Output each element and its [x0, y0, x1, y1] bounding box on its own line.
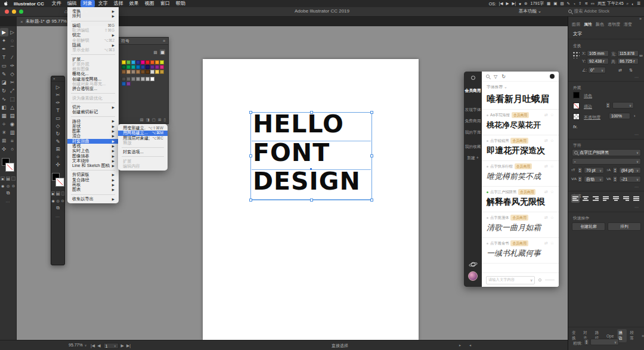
gradient-button[interactable]: ▤ [6, 176, 10, 181]
compare-icon[interactable]: ⇄ [544, 113, 548, 117]
font-preview[interactable]: 桃花净尽菜花开 [487, 120, 554, 131]
color-swatch[interactable] [141, 70, 145, 74]
close-tab-icon[interactable]: × [20, 19, 23, 24]
sidebar-item-0[interactable]: 会员商用 [465, 88, 481, 94]
panel-grid-icon[interactable]: ▦ [547, 1, 550, 6]
flip-vertical-icon[interactable]: ⇅ [629, 68, 633, 73]
next-artboard-icon[interactable]: ▶ [121, 343, 124, 348]
font-card-0[interactable]: 唯看新月吐蛾眉 [482, 94, 559, 110]
adobe-stock-search[interactable]: 搜索 Adobe Stock [568, 8, 609, 14]
compare-icon[interactable]: ⇄ [544, 215, 548, 220]
color-swatch[interactable] [122, 60, 126, 64]
prev-track-icon[interactable]: |◀ [499, 1, 503, 6]
grid-view-icon[interactable]: ▦ [160, 49, 165, 55]
wifi-icon[interactable]: ≋ [584, 1, 587, 6]
color-swatch[interactable] [122, 65, 126, 69]
panel-menu-icon[interactable]: ≡ [163, 39, 165, 43]
font-card-1[interactable]: Aa手写海报会员商用⇄☆桃花净尽菜花开 [482, 112, 559, 135]
screen-mode-icon[interactable]: ⧉ [6, 191, 10, 195]
type-tool[interactable]: T [53, 106, 63, 114]
color-swatch[interactable] [136, 70, 140, 74]
sidebar-item-2[interactable]: 免费商用 [465, 118, 481, 124]
selection-handle[interactable] [370, 154, 373, 157]
stroke-weight-field[interactable]: ∨ [612, 102, 634, 109]
eyedropper-tool[interactable]: ✧ [53, 153, 63, 160]
close-panel-icon[interactable]: × [53, 77, 55, 80]
slice-tool[interactable]: ⌗ [8, 137, 17, 145]
arrange-button[interactable]: 排列 [608, 222, 641, 231]
rectangle-tool[interactable]: ▭ [0, 61, 8, 70]
bottom-tab-3[interactable]: Ope [605, 333, 615, 339]
menubar-menu-8[interactable]: 帮助 [174, 0, 188, 7]
font-preview[interactable]: 即遣花开深造次 [487, 145, 554, 156]
mesh-tool[interactable]: ▦ [0, 111, 8, 120]
delete-swatch-icon[interactable]: ▯ [163, 117, 166, 122]
draw-behind-icon[interactable]: ◎ [56, 199, 60, 203]
free-transform-tool[interactable]: ⬚ [8, 95, 17, 103]
object-menu-item-37[interactable]: 图表▶ [67, 187, 119, 192]
user-avatar[interactable] [468, 271, 478, 281]
y-field[interactable]: 92.438 r [587, 58, 609, 64]
opacity-more-icon[interactable]: › [634, 114, 635, 118]
color-swatch[interactable] [141, 77, 145, 81]
color-swatch[interactable] [122, 77, 126, 81]
curvature-tool[interactable]: ⌒ [8, 45, 17, 53]
eyedropper-tool[interactable]: ✧ [0, 120, 8, 128]
justify-center-button[interactable] [612, 194, 620, 203]
favorite-star-icon[interactable]: ☆ [550, 241, 554, 246]
favorite-star-icon[interactable]: ☆ [550, 215, 554, 220]
rectangle-tool[interactable]: ▭ [53, 114, 63, 122]
align-center-button[interactable] [581, 194, 590, 203]
os-indicator[interactable]: OS: [489, 2, 496, 6]
kerning-field[interactable]: 自动∨ [584, 176, 604, 182]
selection-handle[interactable] [370, 111, 373, 114]
sample-text-input[interactable]: 请输入文字内容 ∨ [486, 276, 535, 284]
draw-inside-icon[interactable]: ⊙ [61, 199, 64, 203]
play-icon[interactable]: ▶ [506, 1, 509, 6]
new-swatch-icon[interactable]: ⊞ [158, 117, 161, 122]
stroke-weight-stepper[interactable]: ▲▼ [605, 102, 611, 109]
color-swatch[interactable] [126, 82, 131, 86]
tab-2[interactable]: 颜色 [596, 21, 604, 27]
toolbar-more-icon[interactable]: ⋯ [51, 215, 64, 219]
artboard-number-select[interactable]: 1∨ [103, 343, 119, 349]
color-swatch[interactable] [160, 70, 164, 74]
size-slider-knob[interactable] [538, 278, 541, 281]
effects-label[interactable]: fx. [573, 124, 578, 129]
scissors-tool[interactable]: ✂ [53, 91, 63, 98]
none-button[interactable] [61, 191, 64, 196]
heart-icon[interactable]: ♥ [519, 2, 521, 6]
justify-all-button[interactable] [632, 194, 640, 203]
compare-icon[interactable]: ⇄ [544, 138, 548, 143]
color-swatch[interactable] [141, 60, 145, 64]
sidebar-item-5[interactable]: 新建 + [467, 155, 478, 161]
color-swatch[interactable] [126, 65, 131, 69]
color-swatch[interactable] [155, 60, 159, 64]
gradient-tool[interactable]: ▤ [8, 111, 17, 120]
selection-tool[interactable]: ▶ [0, 28, 8, 36]
bottom-tab-5[interactable]: 段落 [629, 329, 638, 342]
symbol-sprayer-tool[interactable]: ✳ [0, 128, 8, 137]
tab-1[interactable]: 属性 [584, 21, 592, 27]
color-swatch[interactable] [150, 60, 154, 64]
font-card-2[interactable]: 点字锐锐黑会员商用⇄☆即遣花开深造次 [482, 138, 559, 161]
first-artboard-icon[interactable]: |◀ [91, 343, 95, 348]
rotate-field[interactable]: 0°∨ [588, 67, 606, 73]
favorite-star-icon[interactable]: ☆ [550, 113, 554, 117]
font-preview[interactable]: 解释春风无限恨 [487, 197, 554, 207]
tracking-stepper[interactable]: ▲▼ [612, 176, 618, 182]
swatch-kinds-icon[interactable]: ◨ [146, 117, 150, 122]
selection-handle[interactable] [310, 111, 313, 114]
toolbar-more-icon[interactable]: ⋯ [0, 200, 16, 205]
envelope-submenu-item-5[interactable]: 封套选项... [118, 150, 168, 154]
pen-tool[interactable]: ✒ [0, 45, 8, 53]
shaper-tool[interactable]: ◇ [8, 70, 17, 78]
stroke-weight-stepper[interactable]: ▲▼ [584, 339, 589, 345]
color-swatch[interactable] [145, 65, 150, 69]
tab-4[interactable]: 渐变 [624, 21, 632, 27]
width-field[interactable]: 115.878 [617, 50, 639, 57]
grid-tool[interactable]: ⊞ [53, 145, 63, 153]
rotate-tool[interactable]: ↻ [53, 129, 63, 137]
prev-artboard-icon[interactable]: ◀ [97, 343, 100, 348]
selection-handle[interactable] [370, 199, 373, 202]
